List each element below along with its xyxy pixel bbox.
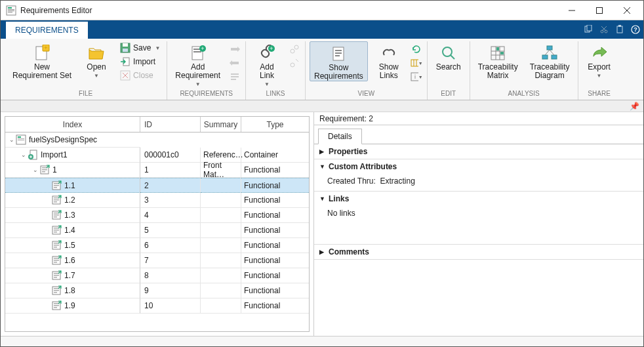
- row-id: 000001c0: [140, 148, 201, 163]
- expand-arrow[interactable]: ⌄: [31, 167, 39, 173]
- tree-panel: Index ID Summary Type ⌄fuelSysDesignSpec…: [1, 112, 314, 336]
- row-index: 1.9: [64, 301, 75, 310]
- table-row[interactable]: 1.23Functional: [5, 193, 309, 208]
- maximize-button[interactable]: [586, 1, 613, 20]
- svg-point-41: [291, 49, 294, 53]
- table-row[interactable]: 1.12Functional: [5, 178, 309, 193]
- new-requirement-set-button[interactable]: + New Requirement Set: [9, 41, 75, 80]
- row-type: Functional: [241, 283, 309, 298]
- svg-line-55: [451, 55, 454, 59]
- open-button[interactable]: Open ▼: [79, 41, 113, 79]
- show-links-button[interactable]: Show Links: [372, 41, 406, 80]
- table-row[interactable]: 1.910Functional: [5, 298, 309, 314]
- group-file: + New Requirement Set Open ▼ Save▼ Impor…: [5, 41, 167, 100]
- row-type: Functional: [241, 268, 309, 283]
- table-row[interactable]: ⌄Import1000001c0Referenc…Container: [5, 148, 309, 163]
- row-summary: [201, 178, 241, 193]
- svg-text:i: i: [414, 73, 416, 80]
- table-row[interactable]: ⌄11Front Mat…Functional: [5, 163, 309, 178]
- header-summary[interactable]: Summary: [201, 117, 241, 132]
- row-type: Functional: [241, 193, 309, 208]
- svg-rect-112: [54, 305, 59, 306]
- table-row[interactable]: 1.34Functional: [5, 208, 309, 223]
- svg-rect-10: [587, 25, 592, 31]
- properties-header[interactable]: ▶Properties: [314, 144, 643, 159]
- tab-details[interactable]: Details: [318, 129, 362, 144]
- row-index: fuelSysDesignSpec: [29, 135, 97, 144]
- group-links: + Add Link ▼ LINKS: [246, 41, 306, 100]
- svg-rect-4: [8, 12, 12, 12]
- tab-requirements[interactable]: REQUIREMENTS: [6, 20, 88, 39]
- help-icon[interactable]: ?: [628, 20, 643, 39]
- req-icon: [51, 195, 62, 205]
- minimize-button[interactable]: [558, 1, 586, 20]
- row-summary: [201, 268, 241, 283]
- close-button[interactable]: [613, 1, 641, 20]
- svg-text:+: +: [270, 45, 273, 52]
- expand-arrow[interactable]: ⌄: [8, 136, 16, 143]
- row-index: 1.7: [64, 271, 75, 280]
- group-edit: Search EDIT: [428, 41, 470, 100]
- details-header: Requirement: 2: [314, 112, 643, 125]
- columns-icon[interactable]: ▼: [410, 56, 423, 70]
- paste-icon[interactable]: [612, 20, 628, 39]
- svg-rect-109: [54, 292, 57, 293]
- unlink-mini-icon: [288, 56, 301, 70]
- show-requirements-button[interactable]: Show Requirements: [310, 41, 368, 81]
- header-id[interactable]: ID: [140, 117, 201, 132]
- svg-rect-101: [54, 262, 57, 263]
- row-type: Functional: [241, 253, 309, 268]
- tree-header: Index ID Summary Type: [5, 117, 309, 133]
- row-index: 1: [52, 165, 57, 174]
- svg-text:+: +: [44, 45, 47, 51]
- table-row[interactable]: ⌄fuelSysDesignSpec: [5, 133, 309, 148]
- table-row[interactable]: 1.56Functional: [5, 238, 309, 253]
- row-index: 1.5: [64, 241, 75, 250]
- row-index: Import1: [41, 150, 68, 159]
- link-mini-icon: [288, 43, 301, 56]
- header-type[interactable]: Type: [241, 117, 309, 132]
- group-view: Show Requirements Show Links ▼ i▼ VIEW: [306, 41, 428, 100]
- table-row[interactable]: 1.45Functional: [5, 223, 309, 238]
- row-summary: [201, 223, 241, 238]
- svg-rect-48: [335, 55, 340, 56]
- row-index: 1.8: [64, 286, 75, 295]
- save-button[interactable]: Save▼: [117, 41, 163, 54]
- traceability-matrix-button[interactable]: Traceability Matrix: [474, 41, 522, 80]
- svg-rect-104: [54, 275, 59, 276]
- svg-rect-46: [335, 50, 342, 51]
- import-button[interactable]: Import: [117, 55, 163, 68]
- cut-icon[interactable]: [596, 20, 612, 39]
- add-link-button[interactable]: + Add Link ▼: [250, 41, 284, 87]
- copy-icon[interactable]: [580, 20, 596, 39]
- no-links-text: No links: [327, 209, 355, 218]
- refresh-icon[interactable]: [410, 43, 423, 56]
- custom-attributes-header[interactable]: ▼Custom Attributes: [314, 159, 643, 174]
- links-header[interactable]: ▼Links: [314, 192, 643, 206]
- search-button[interactable]: Search: [432, 41, 466, 71]
- comments-header[interactable]: ▶Comments: [314, 245, 643, 259]
- traceability-diagram-button[interactable]: Traceability Diagram: [526, 41, 574, 80]
- table-row[interactable]: 1.78Functional: [5, 268, 309, 283]
- svg-point-42: [294, 45, 298, 49]
- expand-arrow[interactable]: ⌄: [20, 152, 28, 158]
- row-type: Functional: [241, 208, 309, 223]
- export-button[interactable]: Export ▼: [582, 41, 616, 79]
- svg-text:?: ?: [634, 26, 637, 33]
- row-summary: [201, 208, 241, 223]
- svg-rect-23: [123, 43, 128, 47]
- table-row[interactable]: 1.89Functional: [5, 283, 309, 298]
- add-requirement-button[interactable]: + Add Requirement ▼: [171, 41, 224, 87]
- row-id: 8: [140, 268, 201, 283]
- svg-rect-36: [231, 73, 239, 75]
- table-row[interactable]: 1.67Functional: [5, 253, 309, 268]
- svg-rect-61: [496, 47, 499, 51]
- group-requirements: + Add Requirement ▼ REQUIREMENTS: [167, 41, 246, 100]
- svg-rect-65: [552, 55, 557, 59]
- row-id: 9: [140, 283, 201, 298]
- pin-icon[interactable]: 📌: [630, 102, 639, 111]
- svg-rect-89: [54, 216, 57, 218]
- svg-rect-69: [18, 136, 21, 138]
- header-index[interactable]: Index: [5, 117, 140, 132]
- info-icon[interactable]: i▼: [410, 70, 423, 83]
